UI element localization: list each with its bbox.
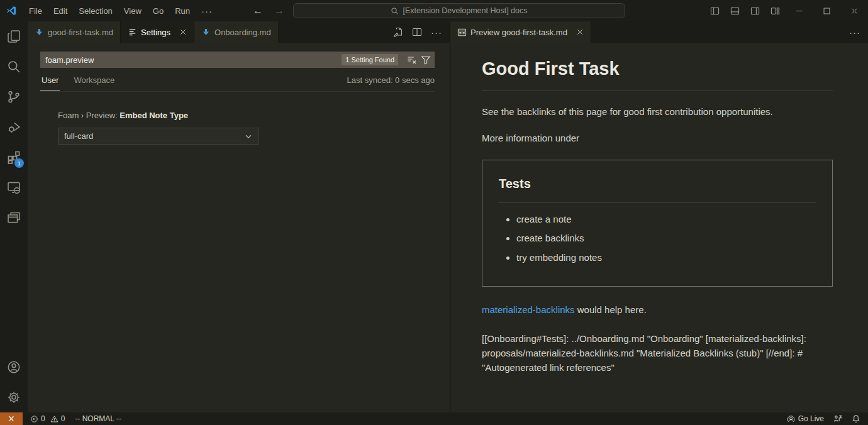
customize-layout-icon[interactable] [765, 0, 785, 21]
tab-label: Settings [141, 28, 170, 37]
backlink-suffix: would help here. [575, 304, 647, 315]
scope-tab-workspace[interactable]: Workspace [72, 75, 116, 91]
settings-search-input[interactable]: foam.preview 1 Setting Found [40, 52, 435, 68]
minimize-button[interactable] [785, 0, 813, 21]
open-preview-icon [457, 28, 467, 37]
close-tab-icon[interactable] [179, 28, 187, 36]
markdown-file-icon [35, 28, 44, 37]
chevron-down-icon [244, 132, 253, 141]
embed-note-type-select[interactable]: full-card [58, 128, 259, 145]
menu-go[interactable]: Go [147, 4, 169, 18]
close-tab-icon[interactable] [576, 28, 584, 36]
embedded-note-card: Tests create a note create backlinks try… [482, 160, 833, 287]
clear-settings-search-icon[interactable] [407, 55, 417, 65]
notifications-bell-icon[interactable] [852, 414, 860, 423]
more-actions-icon[interactable]: ··· [431, 28, 442, 37]
tests-list: create a note create backlinks try embed… [499, 213, 816, 265]
tab-onboarding[interactable]: Onboarding.md [194, 21, 279, 43]
left-editor-actions: ··· [386, 21, 450, 43]
tab-label: Preview good-first-task.md [470, 28, 567, 37]
activity-bar: 1 [0, 21, 28, 412]
broadcast-icon [787, 415, 795, 423]
go-live-label: Go Live [798, 414, 824, 423]
warning-icon [50, 415, 58, 423]
preview-title: Good First Task [482, 55, 833, 91]
setting-item-embed-note-type: Foam › Preview: Embed Note Type full-car… [58, 111, 435, 145]
editor-group-right: Preview good-first-task.md ··· Good Firs… [450, 21, 868, 412]
setting-name: Embed Note Type [120, 111, 188, 120]
settings-search-value: foam.preview [45, 55, 94, 65]
split-editor-icon[interactable] [412, 27, 422, 37]
markdown-preview: Good First Task See the backlinks of thi… [450, 43, 868, 412]
warning-count: 0 [61, 414, 65, 423]
tab-good-first-task[interactable]: good-first-task.md [28, 21, 121, 43]
maximize-button[interactable] [813, 0, 840, 21]
menu-overflow-button[interactable]: ··· [196, 4, 218, 18]
open-settings-json-icon[interactable] [393, 27, 403, 37]
remote-icon [7, 414, 16, 423]
preview-intro: See the backlinks of this page for good … [482, 105, 833, 119]
setting-category: Foam › Preview: [58, 111, 120, 120]
nav-forward-icon[interactable]: → [272, 5, 287, 16]
command-center-label: [Extension Development Host] docs [403, 6, 527, 15]
remote-indicator[interactable] [0, 412, 23, 425]
toggle-panel-icon[interactable] [725, 0, 745, 21]
live-share-icon[interactable] [833, 414, 842, 423]
close-window-button[interactable] [840, 0, 868, 21]
menu-view[interactable]: View [118, 4, 147, 18]
explorer-icon[interactable] [0, 21, 28, 52]
vim-mode-indicator[interactable]: -- NORMAL -- [75, 414, 121, 423]
markdown-file-icon [201, 28, 211, 37]
materialized-backlinks-link[interactable]: materialized-backlinks [482, 304, 575, 315]
setting-label: Foam › Preview: Embed Note Type [58, 111, 435, 120]
title-bar: File Edit Selection View Go Run ··· ← → … [0, 0, 868, 21]
backlink-paragraph: materialized-backlinks would help here. [482, 303, 833, 317]
problems-indicator[interactable]: 0 0 [30, 414, 65, 423]
editor-group-left: good-first-task.md Settings Onboarding.m… [28, 21, 450, 412]
search-icon [391, 7, 399, 15]
list-item: try embedding notes [516, 251, 816, 265]
filter-settings-icon[interactable] [421, 55, 431, 65]
toggle-primary-sidebar-icon[interactable] [704, 0, 725, 21]
command-center-search[interactable]: [Extension Development Host] docs [293, 3, 625, 18]
error-icon [30, 415, 38, 423]
right-editor-actions: ··· [842, 21, 868, 43]
settings-list-icon [128, 28, 137, 37]
settings-results-badge: 1 Setting Found [342, 54, 398, 65]
tests-heading: Tests [499, 174, 816, 202]
status-bar: 0 0 -- NORMAL -- Go Live [0, 412, 868, 425]
menu-run[interactable]: Run [169, 4, 196, 18]
preview-more-info: More information under [482, 131, 833, 146]
tab-label: Onboarding.md [214, 28, 271, 37]
scope-tab-user[interactable]: User [40, 75, 60, 91]
settings-gear-icon[interactable] [0, 382, 28, 412]
left-tab-strip: good-first-task.md Settings Onboarding.m… [28, 21, 450, 43]
remote-explorer-icon[interactable] [0, 172, 28, 202]
run-and-debug-icon[interactable] [0, 112, 28, 142]
more-actions-icon[interactable]: ··· [849, 28, 860, 37]
search-view-icon[interactable] [0, 52, 28, 82]
source-control-icon[interactable] [0, 82, 28, 112]
last-synced-label: Last synced: 0 secs ago [347, 75, 435, 91]
nav-back-icon[interactable]: ← [250, 5, 265, 16]
activity-bar-spacer [0, 233, 28, 352]
tab-preview-good-first-task[interactable]: Preview good-first-task.md [450, 21, 591, 43]
vscode-logo-icon [6, 5, 17, 16]
tab-settings[interactable]: Settings [121, 21, 194, 43]
extensions-icon[interactable]: 1 [0, 142, 28, 172]
menu-edit[interactable]: Edit [48, 4, 73, 18]
list-item: create backlinks [516, 231, 816, 246]
tab-label: good-first-task.md [48, 28, 113, 37]
select-value: full-card [64, 131, 93, 141]
extensions-badge: 1 [14, 158, 24, 168]
go-live-button[interactable]: Go Live [787, 414, 824, 423]
menu-file[interactable]: File [23, 4, 48, 18]
stacked-windows-icon[interactable] [0, 202, 28, 233]
toggle-secondary-sidebar-icon[interactable] [745, 0, 765, 21]
link-references-paragraph: [[Onboarding#Tests]: ../Onboarding.md "O… [482, 331, 833, 375]
list-item: create a note [516, 213, 816, 227]
accounts-icon[interactable] [0, 352, 28, 382]
settings-editor: foam.preview 1 Setting Found User Worksp… [28, 43, 450, 412]
settings-scope-tabs: User Workspace Last synced: 0 secs ago [40, 68, 435, 92]
menu-selection[interactable]: Selection [73, 4, 118, 18]
